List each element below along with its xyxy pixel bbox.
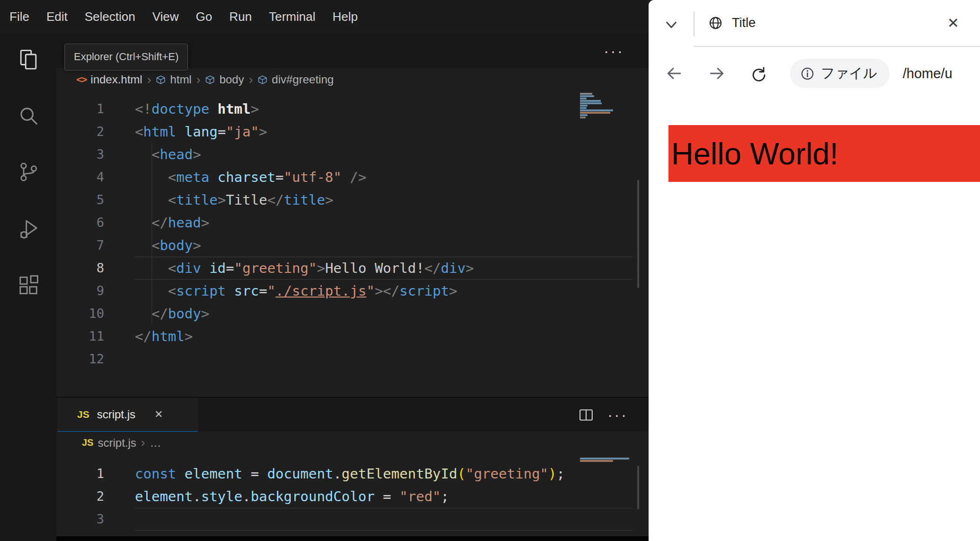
minimap-line bbox=[580, 102, 602, 104]
js-file-icon: JS bbox=[82, 437, 93, 448]
code-token bbox=[342, 169, 350, 185]
code-line-6[interactable]: 6 </head> bbox=[56, 211, 649, 234]
code-token: element bbox=[185, 466, 242, 482]
menu-run[interactable]: Run bbox=[221, 9, 260, 24]
breadcrumb-div-greeting[interactable]: div#greeting bbox=[257, 73, 335, 86]
scrollbar-thumb[interactable] bbox=[637, 466, 639, 509]
menu-view[interactable]: View bbox=[144, 9, 187, 24]
menu-edit[interactable]: Edit bbox=[38, 9, 76, 24]
breadcrumb-index-html[interactable]: <>index.html bbox=[75, 73, 143, 86]
activity-search-button[interactable] bbox=[17, 104, 40, 127]
code-token: . bbox=[193, 488, 201, 505]
element-symbol-icon bbox=[156, 75, 166, 85]
code-token: < bbox=[168, 260, 176, 276]
code-text: <div id="greeting">Hello World!</div> bbox=[135, 257, 649, 280]
scrollbar-thumb[interactable] bbox=[637, 180, 639, 288]
code-line-2[interactable]: 2element.style.backgroundColor = "red"; bbox=[56, 485, 649, 508]
breadcrumb-separator: › bbox=[147, 72, 151, 87]
line-number: 11 bbox=[56, 325, 135, 348]
code-text: element.style.backgroundColor = "red"; bbox=[135, 485, 649, 508]
code-line-5[interactable]: 5 <title>Title</title> bbox=[56, 189, 649, 211]
forward-icon bbox=[708, 64, 726, 82]
vscode-window: FileEditSelectionViewGoRunTerminalHelp bbox=[0, 0, 649, 541]
code-line-10[interactable]: 10 </body> bbox=[56, 302, 649, 325]
tab-close-icon[interactable]: ✕ bbox=[154, 408, 163, 421]
code-token: > bbox=[250, 101, 258, 117]
editor-html[interactable]: 1<!doctype html>2<html lang="ja">3 <head… bbox=[56, 91, 649, 397]
tab-search-button[interactable] bbox=[663, 16, 680, 33]
breadcrumb: JSscript.js›… bbox=[56, 432, 649, 454]
activity-extensions-button[interactable] bbox=[17, 273, 40, 296]
forward-button[interactable] bbox=[708, 64, 726, 82]
code-token: > bbox=[374, 283, 383, 299]
code-line-3[interactable]: 3 <head> bbox=[56, 143, 649, 166]
line-number: 10 bbox=[56, 302, 135, 325]
activity-explorer-button[interactable] bbox=[17, 48, 40, 71]
code-line-1[interactable]: 1<!doctype html> bbox=[56, 98, 649, 120]
breadcrumb--[interactable]: … bbox=[149, 436, 162, 450]
code-token: id bbox=[201, 260, 226, 276]
activity-source-control-button[interactable] bbox=[17, 161, 40, 183]
code-token: getElementById bbox=[342, 466, 457, 482]
code-line-1[interactable]: 1const element = document.getElementById… bbox=[56, 462, 649, 485]
reload-button[interactable] bbox=[749, 65, 766, 82]
code-token: > bbox=[193, 237, 201, 253]
code-token: meta bbox=[176, 169, 209, 185]
menu-help[interactable]: Help bbox=[324, 9, 366, 24]
panel-actions: ··· bbox=[579, 397, 628, 432]
activity-run-debug-button[interactable] bbox=[17, 217, 40, 240]
line-number: 2 bbox=[56, 120, 135, 143]
code-token: > bbox=[193, 146, 201, 162]
split-editor-button[interactable] bbox=[579, 409, 593, 421]
code-token: script bbox=[400, 283, 449, 299]
url-text[interactable]: /home/u bbox=[903, 66, 953, 81]
code-token: < bbox=[135, 124, 143, 140]
code-line-12[interactable]: 12 bbox=[56, 348, 649, 370]
minimap-line bbox=[580, 105, 588, 107]
code-token: / bbox=[433, 260, 441, 276]
breadcrumb-body[interactable]: body bbox=[204, 73, 245, 86]
minimap-line bbox=[580, 109, 613, 111]
line-number: 7 bbox=[56, 234, 135, 257]
code-token: < bbox=[424, 260, 432, 276]
menu-terminal[interactable]: Terminal bbox=[260, 9, 324, 24]
code-text bbox=[135, 348, 649, 370]
editor-area: ··· <>index.html›html›body›div#greeting … bbox=[56, 34, 649, 541]
code-token: style bbox=[201, 488, 242, 505]
back-button[interactable] bbox=[665, 64, 683, 82]
tab-script-js[interactable]: JS script.js ✕ bbox=[57, 397, 198, 432]
code-token bbox=[135, 237, 151, 253]
breadcrumb-html[interactable]: html bbox=[155, 73, 192, 86]
browser-tab[interactable]: Title ✕ bbox=[695, 0, 980, 46]
code-line-8[interactable]: 8 <div id="greeting">Hello World!</div> bbox=[56, 257, 649, 280]
code-line-2[interactable]: 2<html lang="ja"> bbox=[56, 120, 649, 143]
editor-js[interactable]: 1const element = document.getElementById… bbox=[56, 454, 649, 536]
code-text: <!doctype html> bbox=[135, 98, 649, 120]
code-token: backgroundColor bbox=[250, 488, 374, 505]
menu-go[interactable]: Go bbox=[187, 9, 221, 24]
code-token: = bbox=[259, 283, 267, 299]
code-line-4[interactable]: 4 <meta charset="utf-8" /> bbox=[56, 166, 649, 189]
code-token: body bbox=[160, 237, 193, 253]
more-actions-button[interactable]: ··· bbox=[604, 34, 624, 68]
code-line-3[interactable]: 3 bbox=[56, 508, 649, 531]
code-text: <meta charset="utf-8" /> bbox=[135, 166, 649, 189]
site-info-chip[interactable]: ファイル bbox=[790, 59, 890, 88]
code-line-11[interactable]: 11</html> bbox=[56, 325, 649, 348]
menu-selection[interactable]: Selection bbox=[76, 9, 144, 24]
window-edge bbox=[56, 536, 649, 541]
tab-close-button[interactable]: ✕ bbox=[947, 16, 959, 30]
line-number: 12 bbox=[56, 348, 135, 370]
code-token bbox=[135, 146, 151, 162]
menu-file[interactable]: File bbox=[1, 9, 38, 24]
code-text: const element = document.getElementById(… bbox=[135, 462, 649, 485]
more-actions-button[interactable]: ··· bbox=[607, 406, 628, 424]
code-token: > bbox=[218, 192, 226, 208]
minimap[interactable] bbox=[580, 93, 613, 119]
code-line-7[interactable]: 7 <body> bbox=[56, 234, 649, 257]
reload-icon bbox=[749, 65, 766, 82]
code-text: </body> bbox=[135, 302, 649, 325]
breadcrumb-script-js[interactable]: JSscript.js bbox=[81, 436, 137, 450]
minimap[interactable] bbox=[580, 458, 629, 462]
code-line-9[interactable]: 9 <script src="./script.js"></script> bbox=[56, 280, 649, 302]
